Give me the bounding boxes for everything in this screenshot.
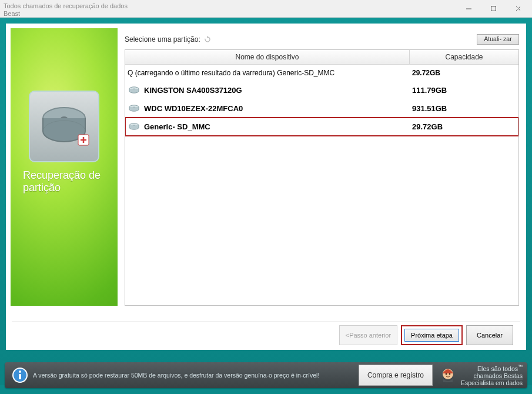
device-row[interactable]: Generic- SD_MMC29.72GB xyxy=(125,118,518,136)
mascot-icon xyxy=(439,366,457,385)
device-name: Generic- SD_MMC xyxy=(144,122,210,131)
window-controls xyxy=(460,2,528,14)
footer-banner: A versão gratuita só pode restaurar 50MB… xyxy=(5,362,527,388)
svg-rect-0 xyxy=(491,6,496,11)
close-button[interactable] xyxy=(510,2,526,14)
svg-point-10 xyxy=(133,125,135,125)
device-row[interactable]: WDC WD10EZEX-22MFCA0931.51GB xyxy=(125,99,518,118)
select-partition-label: Selecione uma partição: xyxy=(125,35,211,44)
content-panel: Recuperação de partição Selecione uma pa… xyxy=(6,24,526,350)
refresh-button[interactable]: Atuali- zar xyxy=(477,34,519,45)
main-area: Selecione uma partição: Atuali- zar Nome… xyxy=(118,24,526,310)
app-frame: Recuperação de partição Selecione uma pa… xyxy=(0,18,532,385)
svg-point-16 xyxy=(449,373,451,375)
next-step-button[interactable]: Próxima etapa xyxy=(404,329,459,342)
device-capacity: 931.51GB xyxy=(410,104,518,113)
device-row[interactable]: KINGSTON SA400S37120G111.79GB xyxy=(125,81,518,99)
info-icon xyxy=(12,367,28,383)
next-step-highlight: Próxima etapa xyxy=(401,325,463,345)
svg-point-12 xyxy=(19,370,21,373)
wizard-nav: <Passo anterior Próxima etapa Cancelar xyxy=(12,321,520,350)
buy-register-button[interactable]: Compra e registro xyxy=(359,365,433,386)
svg-point-8 xyxy=(133,106,135,107)
column-device-name[interactable]: Nome do dispositivo xyxy=(125,50,410,64)
table-header: Nome do dispositivo Capacidade xyxy=(125,50,518,65)
device-table: Nome do dispositivo Capacidade Q (carreg… xyxy=(125,49,519,306)
sidebar: Recuperação de partição xyxy=(11,28,118,306)
scan-result-row[interactable]: Q (carregando o último resultado da varr… xyxy=(125,65,518,81)
device-rows: Q (carregando o último resultado da varr… xyxy=(125,65,518,136)
refresh-small-icon xyxy=(204,36,211,43)
footer-trial-text: A versão gratuita só pode restaurar 50MB… xyxy=(33,372,359,379)
device-name: KINGSTON SA400S37120G xyxy=(144,86,242,95)
column-capacity[interactable]: Capacidade xyxy=(410,50,518,64)
svg-point-6 xyxy=(133,88,135,89)
svg-point-15 xyxy=(446,373,447,375)
maximize-button[interactable] xyxy=(485,2,501,14)
footer-badge: Eles são todos™ chamados Bestas Especial… xyxy=(461,364,523,386)
footer-link[interactable]: chamados Bestas xyxy=(474,372,523,379)
device-capacity: 29.72GB xyxy=(410,122,518,131)
titlebar: Todos chamados de recuperação de dados B… xyxy=(0,0,532,18)
cancel-button[interactable]: Cancelar xyxy=(466,325,513,345)
previous-step-button: <Passo anterior xyxy=(339,325,397,345)
svg-rect-13 xyxy=(19,374,21,379)
device-capacity: 111.79GB xyxy=(410,86,518,95)
device-name: WDC WD10EZEX-22MFCA0 xyxy=(144,104,243,113)
minimize-button[interactable] xyxy=(460,2,477,14)
partition-recovery-icon xyxy=(29,91,99,162)
window-title: Todos chamados de recuperação de dados B… xyxy=(4,2,133,17)
sidebar-title: Recuperação de partição xyxy=(23,169,105,193)
